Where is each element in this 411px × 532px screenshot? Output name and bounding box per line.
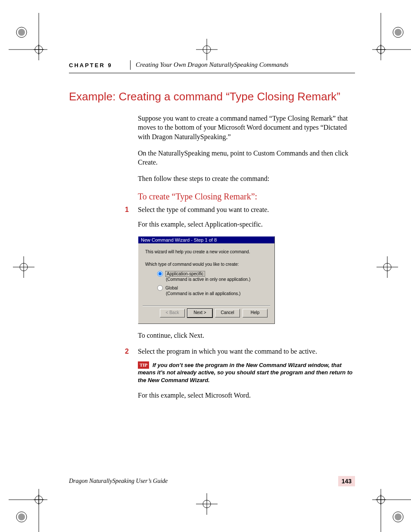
crop-mark-icon (9, 252, 39, 282)
back-button[interactable]: < Back (160, 309, 185, 317)
dialog-window: New Command Wizard - Step 1 of 8 This wi… (138, 236, 275, 324)
step-number: 2 (125, 347, 129, 356)
svg-point-24 (395, 513, 402, 520)
step-item: 2 Select the program in which you want t… (138, 347, 355, 356)
crop-mark-icon (192, 489, 222, 519)
radio-label: Application-specific (165, 271, 205, 277)
section-title: Example: Creating a command “Type Closin… (69, 90, 355, 103)
page-header: CHAPTER 9 Creating Your Own Dragon Natur… (69, 60, 355, 71)
svg-point-9 (393, 27, 403, 37)
body-column: Suppose you want to create a command nam… (138, 114, 355, 400)
radio-option[interactable]: Global (157, 285, 268, 291)
svg-point-10 (395, 29, 402, 36)
svg-point-23 (393, 512, 403, 522)
crop-mark-icon (372, 252, 402, 282)
step-text: Select the program in which you want the… (138, 348, 317, 355)
header-rule (69, 73, 355, 73)
page-footer: Dragon NaturallySpeaking User’s Guide 14… (69, 476, 355, 486)
radio-description: (Command is active in all applications.) (166, 291, 268, 296)
paragraph: Suppose you want to create a command nam… (138, 114, 355, 142)
dialog-intro: This wizard will help you create a new v… (145, 249, 268, 254)
svg-point-37 (203, 500, 211, 508)
radio-input[interactable] (157, 285, 163, 291)
step-subtext: For this example, select Microsoft Word. (138, 391, 355, 400)
help-button[interactable]: Help (243, 309, 268, 317)
step-item: 1 Select the type of command you want to… (138, 205, 355, 215)
svg-point-3 (18, 29, 25, 36)
footer-guide-title: Dragon NaturallySpeaking User’s Guide (69, 478, 168, 485)
radio-label: Global (165, 286, 178, 290)
cancel-button[interactable]: Cancel (215, 309, 240, 317)
svg-point-16 (16, 512, 27, 522)
crop-mark-icon (9, 489, 39, 519)
crop-mark-icon (9, 13, 39, 43)
tip-badge: TIP (138, 361, 149, 369)
header-divider (130, 60, 131, 70)
tip-text: If you don’t see the program in the New … (138, 362, 352, 383)
svg-point-25 (377, 496, 385, 504)
chapter-label: CHAPTER 9 (69, 62, 125, 68)
svg-point-31 (383, 263, 391, 271)
paragraph: To continue, click Next. (138, 331, 355, 340)
dialog-separator (143, 305, 270, 306)
svg-point-17 (18, 513, 25, 520)
radio-option[interactable]: Application-specific (157, 271, 268, 277)
svg-point-28 (20, 263, 28, 271)
page-number: 143 (338, 476, 355, 486)
dialog-titlebar: New Command Wizard - Step 1 of 8 (138, 236, 274, 243)
svg-point-4 (35, 46, 43, 53)
paragraph: On the NaturallySpeaking menu, point to … (138, 149, 355, 167)
crop-mark-icon (372, 13, 402, 43)
page-content: CHAPTER 9 Creating Your Own Dragon Natur… (69, 60, 355, 407)
dialog-button-row: < Back Next > Cancel Help (145, 309, 268, 320)
svg-point-34 (203, 46, 211, 53)
tip-block: TIP If you don’t see the program in the … (138, 361, 355, 384)
step-text: Select the type of command you want to c… (138, 206, 269, 213)
svg-point-18 (35, 496, 43, 504)
step-number: 1 (125, 205, 129, 215)
svg-point-2 (16, 27, 27, 37)
radio-input[interactable] (157, 271, 163, 277)
crop-mark-icon (372, 489, 402, 519)
dialog-question: Which type of command would you like to … (145, 262, 268, 267)
chapter-title: Creating Your Own Dragon NaturallySpeaki… (136, 61, 355, 68)
radio-description: (Command is active in only one applicati… (166, 277, 268, 282)
dialog-body: This wizard will help you create a new v… (138, 243, 274, 324)
paragraph: Then follow these steps to create the co… (138, 174, 355, 184)
svg-point-11 (377, 46, 385, 53)
step-subtext: For this example, select Application-spe… (138, 220, 355, 229)
sub-heading: To create “Type Closing Remark”: (138, 192, 355, 202)
next-button[interactable]: Next > (187, 309, 212, 317)
